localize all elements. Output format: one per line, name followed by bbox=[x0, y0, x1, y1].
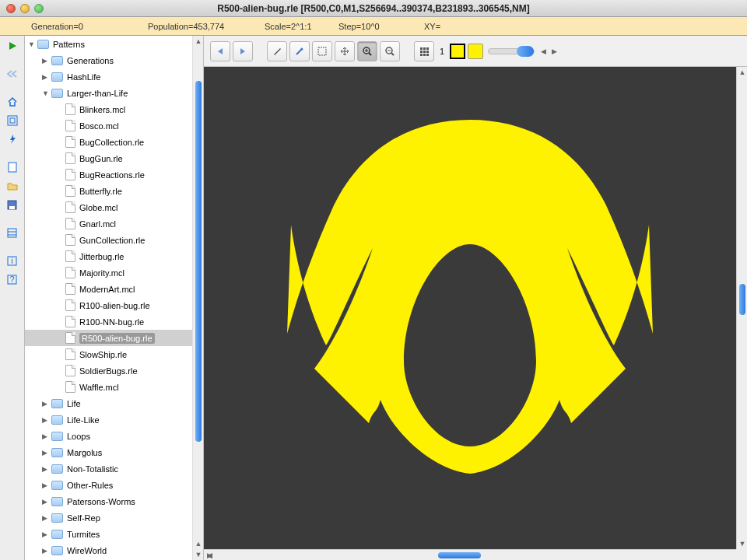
canvas-hscroll-thumb[interactable] bbox=[438, 552, 481, 558]
tree-folder[interactable]: ▶Turmites bbox=[25, 526, 192, 542]
slider-right-icon[interactable]: ▶ bbox=[550, 47, 559, 55]
scroll-corner bbox=[736, 549, 747, 560]
scroll-up-icon[interactable]: ▲ bbox=[193, 36, 204, 47]
pattern-tree[interactable]: ▼Patterns▶Generations▶HashLife▼Larger-th… bbox=[25, 36, 192, 560]
pick-tool-button[interactable] bbox=[289, 41, 310, 61]
disclosure-icon[interactable]: ▶ bbox=[42, 514, 51, 522]
tree-file[interactable]: Jitterbug.rle bbox=[25, 248, 192, 264]
nav-back-button[interactable] bbox=[210, 41, 230, 61]
svg-rect-2 bbox=[9, 163, 16, 172]
info-button[interactable]: i bbox=[4, 252, 21, 269]
color-alive-swatch[interactable] bbox=[468, 44, 483, 59]
tree-scroll-thumb[interactable] bbox=[195, 81, 202, 442]
tree-file[interactable]: BugCollection.rle bbox=[25, 134, 192, 150]
tree-file[interactable]: Gnarl.mcl bbox=[25, 215, 192, 232]
tree-file[interactable]: Blinkers.mcl bbox=[25, 101, 192, 117]
play-button[interactable] bbox=[4, 37, 21, 54]
close-icon[interactable] bbox=[6, 4, 16, 13]
opacity-slider[interactable] bbox=[488, 48, 535, 54]
canvas-scroll-down-icon[interactable]: ▼ bbox=[737, 538, 747, 549]
file-icon bbox=[65, 316, 75, 327]
minimize-icon[interactable] bbox=[20, 4, 30, 13]
disclosure-icon[interactable]: ▶ bbox=[42, 530, 51, 538]
tree-folder[interactable]: ▼Larger-than-Life bbox=[25, 85, 192, 101]
disclosure-icon[interactable]: ▶ bbox=[42, 481, 51, 489]
status-population: Population=453,774 bbox=[148, 22, 265, 31]
canvas-hscrollbar[interactable]: ◀ ◀ ▶ bbox=[204, 549, 736, 560]
tree-scrollbar[interactable]: ▲ ▲ ▼ bbox=[192, 36, 203, 560]
pattern-canvas[interactable] bbox=[204, 67, 736, 549]
zoom-out-tool-button[interactable] bbox=[380, 41, 400, 61]
new-file-button[interactable] bbox=[4, 159, 21, 176]
home-button[interactable] bbox=[4, 93, 21, 110]
tree-folder[interactable]: ▶Patersons-Worms bbox=[25, 493, 192, 509]
tree-folder[interactable]: ▶HashLife bbox=[25, 68, 192, 85]
tree-folder[interactable]: ▶Loops bbox=[25, 428, 192, 444]
canvas-vscrollbar[interactable]: ▲ ▼ bbox=[736, 67, 747, 549]
tree-label: Other-Rules bbox=[67, 481, 113, 490]
scroll-down-icon[interactable]: ▼ bbox=[193, 549, 204, 560]
file-icon bbox=[65, 103, 75, 115]
disclosure-icon[interactable]: ▶ bbox=[42, 465, 51, 473]
tree-folder[interactable]: ▶Other-Rules bbox=[25, 477, 192, 493]
tree-folder[interactable]: ▶WireWorld bbox=[25, 542, 192, 558]
disclosure-icon[interactable]: ▼ bbox=[42, 89, 51, 97]
canvas-scroll-right-icon[interactable]: ▶ bbox=[204, 550, 215, 560]
tree-folder[interactable]: ▶Generations bbox=[25, 52, 192, 68]
tree-file[interactable]: BugGun.rle bbox=[25, 150, 192, 166]
draw-tool-button[interactable] bbox=[267, 41, 287, 61]
tree-folder[interactable]: ▶Life-Like bbox=[25, 411, 192, 428]
disclosure-icon[interactable]: ▶ bbox=[42, 449, 51, 457]
disclosure-icon[interactable]: ▶ bbox=[42, 400, 51, 408]
tree-file[interactable]: R500-alien-bug.rle bbox=[25, 330, 192, 346]
tree-file[interactable]: Globe.mcl bbox=[25, 199, 192, 215]
disclosure-icon[interactable]: ▶ bbox=[42, 416, 51, 424]
disclosure-icon[interactable]: ▶ bbox=[42, 498, 51, 506]
select-tool-button[interactable] bbox=[312, 41, 332, 61]
canvas-scroll-up-icon[interactable]: ▲ bbox=[737, 67, 747, 78]
zoom-icon[interactable] bbox=[34, 4, 44, 13]
slider-left-icon[interactable]: ◀ bbox=[539, 47, 548, 55]
tree-file[interactable]: ModernArt.mcl bbox=[25, 281, 192, 297]
canvas-vscroll-thumb[interactable] bbox=[739, 284, 745, 315]
help-button[interactable]: ? bbox=[4, 271, 21, 288]
tree-file[interactable]: Butterfly.rle bbox=[25, 183, 192, 199]
tree-label: HashLife bbox=[67, 72, 100, 82]
tree-folder[interactable]: ▶Non-Totalistic bbox=[25, 460, 192, 477]
disclosure-icon[interactable]: ▼ bbox=[28, 40, 37, 48]
scroll-up2-icon[interactable]: ▲ bbox=[193, 538, 204, 549]
zoom-in-tool-button[interactable] bbox=[357, 41, 377, 61]
tree-file[interactable]: BugReactions.rle bbox=[25, 166, 192, 183]
tree-file[interactable]: SoldierBugs.rle bbox=[25, 362, 192, 379]
open-file-button[interactable] bbox=[4, 177, 21, 194]
tree-label: Gnarl.mcl bbox=[79, 219, 116, 229]
tree-label: Waffle.mcl bbox=[79, 383, 119, 392]
color-dead-swatch[interactable] bbox=[450, 44, 465, 59]
slider-thumb[interactable] bbox=[517, 46, 534, 57]
svg-rect-26 bbox=[420, 54, 423, 56]
disclosure-icon[interactable]: ▶ bbox=[42, 73, 51, 81]
move-tool-button[interactable] bbox=[335, 41, 355, 61]
disclosure-icon[interactable]: ▶ bbox=[42, 432, 51, 440]
tree-folder[interactable]: ▶Life bbox=[25, 395, 192, 411]
step-back-button[interactable] bbox=[4, 65, 21, 82]
nav-forward-button[interactable] bbox=[233, 41, 253, 61]
tree-file[interactable]: GunCollection.rle bbox=[25, 232, 192, 248]
disclosure-icon[interactable]: ▶ bbox=[42, 57, 51, 65]
fit-button[interactable] bbox=[4, 112, 21, 129]
tree-file[interactable]: SlowShip.rle bbox=[25, 346, 192, 362]
tree-file[interactable]: R100-NN-bug.rle bbox=[25, 313, 192, 330]
tree-folder[interactable]: ▶Margolus bbox=[25, 444, 192, 460]
grid-button[interactable] bbox=[414, 41, 434, 61]
lightning-icon[interactable] bbox=[4, 131, 21, 148]
tree-folder[interactable]: ▼Patterns bbox=[25, 36, 192, 52]
tree-file[interactable]: Waffle.mcl bbox=[25, 379, 192, 395]
save-button[interactable] bbox=[4, 196, 21, 213]
tree-file[interactable]: Majority.mcl bbox=[25, 264, 192, 281]
patterns-button[interactable] bbox=[4, 224, 21, 241]
left-toolbar: i ? bbox=[0, 36, 25, 560]
disclosure-icon[interactable]: ▶ bbox=[42, 547, 51, 555]
tree-folder[interactable]: ▶Self-Rep bbox=[25, 509, 192, 526]
tree-file[interactable]: R100-alien-bug.rle bbox=[25, 297, 192, 313]
tree-file[interactable]: Bosco.mcl bbox=[25, 117, 192, 134]
